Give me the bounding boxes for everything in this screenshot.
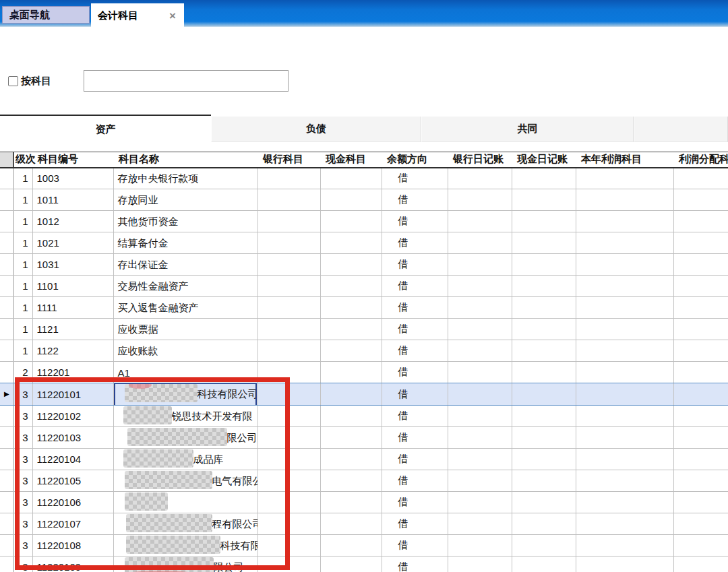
cell-name[interactable]: 结算备付金: [113, 232, 257, 254]
row-selector[interactable]: [0, 276, 13, 297]
cell-bank-journal[interactable]: [448, 492, 512, 513]
cell-balance-direction[interactable]: 借: [382, 470, 448, 492]
cell-name[interactable]: 买入返售金融资产: [113, 297, 257, 319]
table-row[interactable]: 311220108科技有限借: [0, 535, 728, 557]
col-header-bank-journal[interactable]: 银行日记账: [448, 152, 512, 168]
row-selector[interactable]: [0, 535, 13, 557]
cell-year-profit-subject[interactable]: [576, 168, 673, 189]
col-header-year-profit-subject[interactable]: 本年利润科目: [576, 152, 673, 168]
cell-balance-direction[interactable]: 借: [382, 427, 448, 449]
cell-level[interactable]: 1: [13, 254, 32, 276]
cell-balance-direction[interactable]: 借: [382, 492, 448, 513]
cell-level[interactable]: 1: [13, 168, 32, 189]
cell-bank-subject[interactable]: [257, 427, 320, 449]
cell-profit-distribution-subject[interactable]: [673, 168, 728, 189]
cell-bank-subject[interactable]: [257, 383, 320, 406]
cell-bank-journal[interactable]: [448, 319, 512, 340]
table-row[interactable]: ▶311220101科技有限公司借: [0, 383, 728, 406]
table-row[interactable]: 2112201A1借: [0, 362, 728, 383]
table-row[interactable]: 11011存放同业借: [0, 189, 728, 211]
cell-bank-journal[interactable]: [448, 362, 512, 383]
table-row[interactable]: 311220104成品库借: [0, 449, 728, 470]
cell-cash-subject[interactable]: [320, 470, 382, 492]
cell-bank-subject[interactable]: [257, 513, 320, 535]
row-selector[interactable]: [0, 232, 13, 254]
by-subject-checkbox-group[interactable]: 按科目: [8, 75, 51, 88]
window-tab-desktop-nav[interactable]: 桌面导航: [2, 6, 90, 24]
col-header-bank-subject[interactable]: 银行科目: [257, 152, 320, 168]
cell-cash-journal[interactable]: [512, 427, 576, 449]
cell-cash-subject[interactable]: [320, 492, 382, 513]
cell-profit-distribution-subject[interactable]: [673, 492, 728, 513]
cell-bank-subject[interactable]: [257, 535, 320, 557]
cell-cash-subject[interactable]: [320, 340, 382, 362]
cell-cash-subject[interactable]: [320, 211, 382, 232]
cell-level[interactable]: 1: [13, 297, 32, 319]
table-row[interactable]: 311220102锐思技术开发有限借: [0, 406, 728, 427]
cell-year-profit-subject[interactable]: [576, 470, 673, 492]
cell-profit-distribution-subject[interactable]: [673, 276, 728, 297]
cell-balance-direction[interactable]: 借: [382, 362, 448, 383]
cell-cash-journal[interactable]: [512, 449, 576, 470]
cell-profit-distribution-subject[interactable]: [673, 406, 728, 427]
cell-code[interactable]: 11220107: [32, 513, 113, 535]
cell-cash-journal[interactable]: [512, 362, 576, 383]
cell-bank-journal[interactable]: [448, 297, 512, 319]
col-header-cash-journal[interactable]: 现金日记账: [512, 152, 576, 168]
cell-cash-journal[interactable]: [512, 297, 576, 319]
cell-cash-journal[interactable]: [512, 168, 576, 189]
cell-code[interactable]: 1111: [32, 297, 113, 319]
cell-balance-direction[interactable]: 借: [382, 449, 448, 470]
cell-bank-subject[interactable]: [257, 254, 320, 276]
cell-year-profit-subject[interactable]: [576, 362, 673, 383]
row-selector[interactable]: [0, 211, 13, 232]
cell-bank-subject[interactable]: [257, 340, 320, 362]
cell-cash-subject[interactable]: [320, 254, 382, 276]
cell-bank-journal[interactable]: [448, 168, 512, 189]
cell-bank-journal[interactable]: [448, 513, 512, 535]
cell-bank-subject[interactable]: [257, 362, 320, 383]
cell-level[interactable]: 1: [13, 319, 32, 340]
table-row[interactable]: 11031存出保证金借: [0, 254, 728, 276]
cell-level[interactable]: 3: [13, 427, 32, 449]
col-header-profit-distribution-subject[interactable]: 利润分配科目: [673, 152, 728, 168]
cell-balance-direction[interactable]: 借: [382, 211, 448, 232]
cell-bank-subject[interactable]: [257, 406, 320, 427]
row-selector[interactable]: [0, 406, 13, 427]
cell-balance-direction[interactable]: 借: [382, 168, 448, 189]
table-row[interactable]: 311220105电气有限公司借: [0, 470, 728, 492]
table-row[interactable]: 311220107程有限公司借: [0, 513, 728, 535]
cell-bank-subject[interactable]: [257, 232, 320, 254]
table-row[interactable]: 11012其他货币资金借: [0, 211, 728, 232]
col-header-level[interactable]: 级次: [13, 152, 32, 168]
cell-year-profit-subject[interactable]: [576, 189, 673, 211]
cell-profit-distribution-subject[interactable]: [673, 535, 728, 557]
row-selector[interactable]: [0, 470, 13, 492]
cell-bank-journal[interactable]: [448, 470, 512, 492]
cell-balance-direction[interactable]: 借: [382, 254, 448, 276]
row-selector[interactable]: [0, 340, 13, 362]
cell-bank-subject[interactable]: [257, 319, 320, 340]
tab-extra[interactable]: [634, 117, 728, 142]
table-row[interactable]: 11003存放中央银行款项借: [0, 168, 728, 189]
cell-bank-journal[interactable]: [448, 254, 512, 276]
cell-balance-direction[interactable]: 借: [382, 557, 448, 572]
cell-bank-subject[interactable]: [257, 470, 320, 492]
cell-name[interactable]: 存放中央银行款项: [113, 168, 257, 189]
cell-cash-subject[interactable]: [320, 232, 382, 254]
cell-code[interactable]: 112201: [32, 362, 113, 383]
cell-cash-journal[interactable]: [512, 254, 576, 276]
cell-profit-distribution-subject[interactable]: [673, 189, 728, 211]
cell-cash-journal[interactable]: [512, 535, 576, 557]
cell-name[interactable]: 限公司: [113, 427, 257, 449]
cell-level[interactable]: 3: [13, 449, 32, 470]
cell-year-profit-subject[interactable]: [576, 276, 673, 297]
cell-cash-subject[interactable]: [320, 362, 382, 383]
cell-code[interactable]: 1021: [32, 232, 113, 254]
cell-bank-journal[interactable]: [448, 557, 512, 572]
cell-cash-subject[interactable]: [320, 406, 382, 427]
cell-profit-distribution-subject[interactable]: [673, 449, 728, 470]
by-subject-checkbox[interactable]: [8, 76, 18, 86]
cell-balance-direction[interactable]: 借: [382, 276, 448, 297]
cell-level[interactable]: 2: [13, 362, 32, 383]
